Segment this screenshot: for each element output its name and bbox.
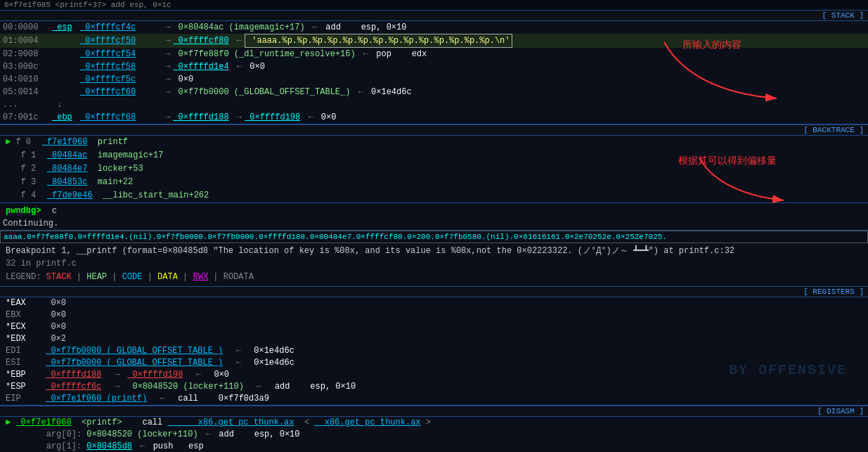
bt-func: locker+53 [93,164,143,174]
reg-ptr-edi[interactable]: 0×f7fb0000 (_GLOBAL_OFFSET_TABLE_) [46,346,223,356]
stack-reg [52,86,80,98]
bt-num: f 0 [15,136,37,148]
bt-func: main+22 [93,177,134,187]
stack-ptr1[interactable]: 0×ffffcf60 [80,86,157,98]
stack-reg [52,60,80,73]
reg-row-eip: EIP 0×f7e1f060 (printf) ← call 0×f7f0d3a… [0,393,868,405]
reg-row-ebx: EBX 0×0 [0,309,868,321]
disasm-arg[interactable]: __x86.get_pc_thunk.ax [167,418,294,427]
stack-row: 03:000c 0×ffffcf58 → 0×ffffd1e4 ← 0×0 [0,60,868,73]
disasm-addr[interactable]: 0×f7e1f060 [15,418,71,427]
stack-section: 00:0000 esp 0×ffffcf4c → 0×80484ac (imag… [0,21,868,124]
reg-row-esi: ESI 0×f7fb0000 (_GLOBAL_OFFSET_TABLE_) ←… [0,357,868,369]
disasm-row-arg0: arg[0]: 0×8048520 (locker+110) ← add esp… [0,429,868,441]
stack-reg [52,48,80,60]
stack-simple: 0×0 [316,111,337,124]
arrow: → [110,382,119,392]
reg-ptrval-esi: 0×1e4d6c [249,358,294,368]
reg-ptrval-edi: 0×1e4d6c [249,346,294,356]
disasm-op: call [127,418,162,427]
legend-rwx: RWX [193,272,209,282]
stack-addr: 04:0010 [3,73,52,86]
stack-val: 0×ffffd1e4 [173,60,228,73]
stack-ptr1[interactable]: 0×ffffcf5c [80,73,157,86]
bt-num: f 1 [21,150,42,162]
legend-sep: | [112,272,122,282]
stack-val: 0×ffffd188 [173,111,228,124]
bt-addr[interactable]: 80484ac [47,150,88,160]
reg-op-esp: add esp, 0×10 [270,382,356,392]
reg-name-edx: *EDX [6,333,41,345]
disasm-header: [ DISASM ] [0,406,868,417]
reg-ptr2-ebp[interactable]: 0×ffffd198 [127,370,183,380]
disasm-indent [6,430,41,439]
bp-text: Breakpoint 1, __printf (format=0×80485d8… [6,246,734,256]
reg-ptr2-esp[interactable]: 0×8048520 (locker+110) [127,382,244,392]
stack-ptr1[interactable]: 0×ffffcf68 [80,111,157,124]
bt-addr[interactable]: f7e1f060 [42,137,88,147]
stack-row: 02:0008 0×ffffcf54 → 0×f7fe88f0 (_dl_run… [0,48,868,60]
stack-addr: 05:0014 [3,86,52,98]
backtrace-row: f 1 80484ac imagemagic+17 [0,149,868,162]
bt-addr[interactable]: 804853c [47,177,88,187]
arrow: → [160,73,170,86]
main-container: 0×f7e1f085 <printf+37> add esp, 0×1c [ S… [0,0,868,452]
stack-ptr1[interactable]: 0×ffffcf54 [80,48,157,60]
bt-marker [6,164,15,174]
arrow2: ← [191,370,201,380]
breakpoint-line: Breakpoint 1, __printf (format=0×80485d8… [3,245,865,258]
registers-header: [ REGISTERS ] [0,286,868,297]
bt-func: printf [93,137,128,147]
pwn-prompt-row: pwndbg> c [0,203,868,219]
stack-val: 0×f7fb0000 (_GLOBAL_OFFSET_TABLE_) [173,86,350,98]
arrow: ← [140,441,145,451]
arrow: → [160,34,170,47]
backtrace-row: f 2 80484e7 locker+53 [0,162,868,176]
legend-data: DATA [157,272,178,282]
stack-reg [52,34,80,47]
legend-rodata: RODATA [224,272,254,282]
reg-ptr-esi[interactable]: 0×f7fb0000 (_GLOBAL_OFFSET_TABLE_) [46,358,223,368]
reg-row-eax: *EAX 0×0 [0,297,868,309]
bt-addr[interactable]: f7de9e46 [47,191,93,200]
stack-ptr1[interactable]: 0×ffffcf58 [80,60,157,73]
pwn-cmd: c [52,206,57,216]
reg-row-ebp: *EBP 0×ffffd188 → 0×ffffd198 ← 0×0 [0,369,868,381]
stack-row-highlighted: 01:0004 0×ffffcf50 → 0×ffffcf80 ← 'aaaa.… [0,34,868,48]
reg-ptr-ebp[interactable]: 0×ffffd188 [46,370,101,380]
stack-row: 07:001c ebp 0×ffffcf68 → 0×ffffd188 → 0×… [0,111,868,124]
bt-marker: ► [6,137,15,147]
arrow2: ← [232,34,242,47]
registers-section: *EAX 0×0 EBX 0×0 *ECX 0×0 *EDX 0×2 EDI 0… [0,297,868,406]
stack-row: 05:0014 0×ffffcf60 → 0×f7fb0000 (_GLOBAL… [0,86,868,98]
stack-ptr1[interactable]: 0×ffffcf4c [80,21,157,34]
disasm-ptr[interactable]: 0×8048520 (locker+110) [86,430,197,439]
stack-val: 0×f7fe88f0 (_dl_runtime_resolve+16) [173,48,355,60]
stack-val: 0×80484ac (imagemagic+17) [173,21,304,34]
reg-val-ebx: 0×0 [46,310,66,320]
stack-val2: 0×ffffd198 [245,111,300,124]
continuing-text: Continuing. [0,219,868,230]
reg-name-eip: EIP [6,393,41,405]
arrow: → [160,21,170,34]
breakpoint-line2: 32 in printf.c [3,258,865,270]
arrow2: → [232,111,242,124]
arrow: ← [231,346,240,356]
bt-addr[interactable]: 80484e7 [47,164,88,174]
arrow2: ← [353,86,363,98]
stack-header: [ STACK ] [0,10,868,21]
disasm-ptr[interactable]: 0×80485d8 [86,441,132,451]
disasm-arg2[interactable]: __x86.get_pc_thunk.ax [314,418,420,427]
arrow2: ← [358,48,368,60]
disasm-op: push esp [153,441,204,451]
stack-addr: 02:0008 [3,48,52,60]
arrow: ← [231,358,240,368]
reg-ptr-esp[interactable]: 0×ffffcf6c [46,382,101,392]
disasm-func: <printf> [77,418,122,427]
backtrace-row: f 4 f7de9e46 __libc_start_main+262 [0,189,868,202]
reg-ptr-eip[interactable]: 0×f7e1f060 (printf) [46,394,147,403]
legend-sep: | [148,272,157,282]
reg-name-ebp: *EBP [6,369,41,381]
stack-ptr1[interactable]: 0×ffffcf50 [80,34,157,47]
arrow: → [110,370,119,380]
